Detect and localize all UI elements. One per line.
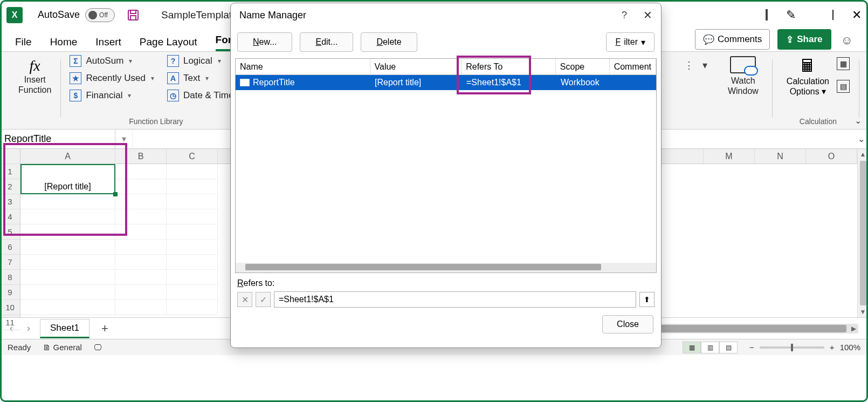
cell-b1[interactable] [115,164,167,179]
row-header-1[interactable]: 1 [0,164,20,179]
name-list-hscroll[interactable] [236,263,656,272]
accept-edit-button[interactable]: ✓ [256,292,271,307]
group-calculation: 🖩 Calculation Options ▾ ▦ ▤ Calculation [777,55,859,129]
tab-page-layout[interactable]: Page Layout [140,36,197,51]
name-list[interactable]: Name Value Refers To Scope Comment Repor… [235,58,657,273]
add-sheet-button[interactable]: + [95,322,115,336]
share-button[interactable]: ⇪ Share [777,29,831,50]
row-header-8[interactable]: 8 [0,270,20,285]
row-header-4[interactable]: 4 [0,209,20,224]
zoom-out-button[interactable]: − [749,343,754,352]
cell-c1[interactable] [167,164,218,179]
cancel-edit-button[interactable]: ✕ [237,292,252,307]
col-header-a[interactable]: A [20,149,115,163]
close-button[interactable]: ✕ [852,8,862,22]
new-button[interactable]: New... [237,32,292,52]
cell-a1[interactable] [20,164,115,179]
calculate-now-button[interactable]: ▦ [837,57,850,70]
insert-function-button[interactable]: fx Insert Function [13,55,57,97]
page-layout-view-button[interactable]: ▥ [701,342,719,353]
tab-insert[interactable]: Insert [95,36,121,51]
close-dialog-button[interactable]: Close [602,315,653,333]
row-header-5[interactable]: 5 [0,224,20,240]
row-headers[interactable]: 1 2 3 4 5 6 7 8 9 10 11 [0,149,20,317]
chevron-down-icon: ▾ [822,87,826,96]
zoom-control[interactable]: − + 100% [749,343,860,352]
zoom-slider[interactable] [760,346,824,349]
save-icon[interactable] [127,9,140,22]
col-header-b[interactable]: B [115,149,167,163]
name-list-headers[interactable]: Name Value Refers To Scope Comment [236,59,656,75]
sheet-tab-sheet1[interactable]: Sheet1 [40,319,89,338]
chevron-down-icon[interactable]: ▾ [700,55,709,129]
autosum-button[interactable]: ΣAutoSum▾ [70,55,154,67]
name-box-dropdown[interactable]: ▾ [115,130,133,148]
row-header-3[interactable]: 3 [0,194,20,209]
scroll-up-icon[interactable]: ▲ [858,149,868,160]
col-header-m[interactable]: M [704,149,755,163]
delete-button[interactable]: Delete [361,32,417,52]
maximize-button[interactable] [832,10,833,20]
calculation-options-button[interactable]: 🖩 Calculation Options ▾ [787,56,829,97]
ribbon-collapse-button[interactable]: ⌄ [855,115,862,126]
row-header-2[interactable]: 2 [0,179,20,194]
display-settings-icon[interactable]: 🖵 [94,343,102,352]
watch-window-button[interactable]: Watch Window [718,55,768,97]
vertical-scrollbar[interactable]: ▲ ▼ [857,149,868,317]
dialog-close-button[interactable]: ✕ [643,9,652,22]
comments-button[interactable]: 💬 Comments [695,29,770,50]
financial-button[interactable]: $Financial▾ [70,90,154,101]
fill-handle[interactable] [113,192,118,196]
zoom-level[interactable]: 100% [840,343,860,352]
refers-to-input[interactable] [274,291,636,308]
sheet-next-button[interactable]: › [23,321,35,336]
tab-home[interactable]: Home [50,36,78,51]
dialog-help-button[interactable]: ? [622,10,627,21]
collapse-dialog-button[interactable]: ⬆ [639,292,655,307]
recently-used-button[interactable]: ★Recently Used▾ [70,72,154,84]
cell-a3[interactable] [20,194,115,209]
scroll-thumb[interactable] [860,161,866,305]
ribbon-more-icon[interactable]: ⋮ [682,55,696,129]
feedback-icon[interactable]: ☺ [841,33,853,47]
tab-file[interactable]: File [15,36,32,51]
col-name[interactable]: Name [236,59,370,74]
filter-button[interactable]: Filter ▾ [606,32,655,52]
col-comment[interactable]: Comment [610,59,656,74]
workbook-title: SampleTemplat [161,9,232,21]
col-header-n[interactable]: N [755,149,806,163]
autosave-toggle[interactable]: AutoSave Off [38,8,115,22]
range-icon [240,79,250,86]
cell-c2[interactable] [167,179,218,194]
page-break-view-button[interactable]: ▤ [719,342,738,353]
formula-bar-expand[interactable]: ⌄ [854,130,868,148]
calculate-sheet-button[interactable]: ▤ [837,80,850,93]
zoom-in-button[interactable]: + [830,343,835,352]
col-header-c[interactable]: C [167,149,218,163]
scroll-down-icon[interactable]: ▼ [858,306,868,317]
col-scope[interactable]: Scope [556,59,610,74]
col-refers-to[interactable]: Refers To [461,59,556,74]
row-header-10[interactable]: 10 [0,300,20,315]
edit-button[interactable]: Edit... [300,32,353,52]
row-header-7[interactable]: 7 [0,255,20,270]
name-row[interactable]: ReportTitle [Report title] =Sheet1!$A$1 … [236,75,656,90]
col-value[interactable]: Value [370,59,462,74]
group-watch-window: Watch Window [714,55,773,129]
scroll-right-icon[interactable]: ▶ [849,324,858,333]
normal-view-button[interactable]: ▦ [683,342,701,353]
accessibility-status[interactable]: 🗎 General [43,343,82,352]
dialog-title-bar[interactable]: Name Manager ? ✕ [231,3,661,27]
draw-icon[interactable]: ✎ [786,8,796,22]
row-header-6[interactable]: 6 [0,240,20,255]
name-box[interactable]: ReportTitle [0,130,115,148]
cell-b2[interactable] [115,179,167,194]
cell-a2-merged[interactable]: [Report title] [20,179,115,194]
row-header-9[interactable]: 9 [0,285,20,300]
chevron-down-icon: ▾ [205,74,209,82]
row-header-11[interactable]: 11 [0,315,20,330]
name-manager-dialog: Name Manager ? ✕ New... Edit... Delete F… [230,3,662,348]
copilot-icon[interactable] [766,10,768,20]
col-header-o[interactable]: O [806,149,857,163]
autosave-label: AutoSave [38,9,80,21]
